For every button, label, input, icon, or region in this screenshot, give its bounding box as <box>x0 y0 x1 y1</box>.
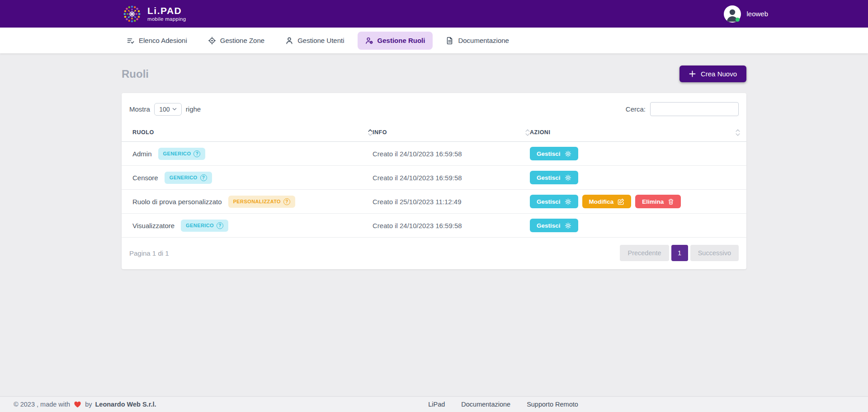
role-type-badge: GENERICO ? <box>158 148 206 160</box>
edit-icon <box>618 198 624 205</box>
info-cell: Creato il 24/10/2023 16:59:58 <box>373 174 530 182</box>
nav-label: Gestione Utenti <box>297 37 344 44</box>
role-type-badge: GENERICO ? <box>181 220 228 232</box>
table-controls: Mostra 100 righe Cerca: <box>122 100 746 123</box>
role-cell: Visualizzatore GENERICO ? <box>132 220 373 232</box>
previous-page-button[interactable]: Precedente <box>620 245 669 261</box>
gear-icon <box>565 198 571 205</box>
role-type-badge: GENERICO ? <box>165 172 212 184</box>
manage-button[interactable]: Gestisci <box>530 147 578 160</box>
badge-label: GENERICO <box>170 175 198 180</box>
help-circle-icon[interactable]: ? <box>200 174 207 181</box>
actions-cell: Gestisci <box>530 171 740 184</box>
nav-item-gestione-ruoli[interactable]: Gestione Ruoli <box>358 32 433 50</box>
role-type-badge: PERSONALIZZATO ? <box>228 196 295 208</box>
table-row: Censore GENERICO ? Creato il 24/10/2023 … <box>122 166 746 190</box>
app-logo[interactable]: Li.PAD mobile mapping <box>122 4 186 24</box>
user-menu[interactable]: leoweb <box>724 5 768 23</box>
user-avatar <box>724 5 741 23</box>
footer-links: LiPad Documentazione Supporto Remoto <box>428 401 578 408</box>
copyright-text: © 2023 , made with <box>14 401 70 408</box>
column-header-info[interactable]: INFO <box>373 123 530 141</box>
role-name: Admin <box>132 150 152 158</box>
actions-cell: Gestisci <box>530 147 740 160</box>
page-content: Ruoli Crea Nuovo Mostra 100 righe <box>122 53 746 269</box>
sort-icon[interactable] <box>736 129 740 136</box>
top-header-bar: Li.PAD mobile mapping leoweb <box>0 0 868 28</box>
edit-button[interactable]: Modifica <box>582 195 632 208</box>
search-input[interactable] <box>650 102 739 116</box>
user-icon <box>285 37 293 45</box>
delete-label: Elimina <box>642 198 664 205</box>
current-page-button[interactable]: 1 <box>671 245 688 261</box>
gear-icon <box>565 150 571 157</box>
help-circle-icon[interactable]: ? <box>283 198 290 205</box>
heart-icon <box>73 400 82 408</box>
page-title: Ruoli <box>122 68 149 80</box>
page-size-value: 100 <box>159 106 170 113</box>
footer-link-documentazione[interactable]: Documentazione <box>461 401 510 408</box>
app-root: Li.PAD mobile mapping leoweb Elenco Ade <box>0 0 868 412</box>
create-new-button[interactable]: Crea Nuovo <box>679 66 746 82</box>
info-cell: Creato il 25/10/2023 11:12:49 <box>373 198 530 206</box>
role-name: Censore <box>132 174 158 182</box>
help-circle-icon[interactable]: ? <box>217 222 223 229</box>
logo-title: Li.PAD <box>147 6 186 15</box>
trash-icon <box>668 198 674 205</box>
role-cell: Ruolo di prova personalizzato PERSONALIZ… <box>132 196 373 208</box>
column-label: INFO <box>373 129 387 136</box>
next-page-button[interactable]: Successivo <box>690 245 739 261</box>
roles-table-card: Mostra 100 righe Cerca: RUOLO <box>122 93 746 269</box>
manage-button[interactable]: Gestisci <box>530 171 578 184</box>
nav-item-gestione-utenti[interactable]: Gestione Utenti <box>278 32 352 50</box>
table-row: Admin GENERICO ? Creato il 24/10/2023 16… <box>122 142 746 166</box>
role-name: Visualizzatore <box>132 222 175 229</box>
help-circle-icon[interactable]: ? <box>193 150 200 157</box>
nav-label: Elenco Adesioni <box>139 37 187 44</box>
footer-link-lipad[interactable]: LiPad <box>428 401 445 408</box>
lipad-logo-icon <box>122 4 142 24</box>
role-cell: Admin GENERICO ? <box>132 148 373 160</box>
online-status-dot <box>736 17 740 21</box>
badge-label: GENERICO <box>163 151 191 156</box>
manage-button[interactable]: Gestisci <box>530 195 578 208</box>
nav-item-elenco-adesioni[interactable]: Elenco Adesioni <box>119 32 195 50</box>
logo-text: Li.PAD mobile mapping <box>147 6 186 22</box>
column-header-azioni[interactable]: AZIONI <box>530 123 740 141</box>
create-new-label: Crea Nuovo <box>701 70 737 78</box>
gear-icon <box>565 174 571 181</box>
show-label: Mostra <box>129 105 150 113</box>
table-header-row: RUOLO INFO AZIONI <box>122 123 746 142</box>
manage-label: Gestisci <box>537 150 561 157</box>
page-size-select[interactable]: 100 <box>154 103 182 116</box>
plus-icon <box>689 70 696 77</box>
sort-icon[interactable] <box>368 129 373 136</box>
role-cell: Censore GENERICO ? <box>132 172 373 184</box>
copyright: © 2023 , made with by Leonardo Web S.r.l… <box>14 400 156 408</box>
nav-label: Gestione Ruoli <box>377 37 425 44</box>
document-icon <box>446 37 454 45</box>
chevron-down-icon <box>172 108 177 111</box>
nav-item-gestione-zone[interactable]: Gestione Zone <box>200 32 272 50</box>
page-head: Ruoli Crea Nuovo <box>122 66 746 82</box>
sort-icon[interactable] <box>525 129 530 136</box>
pagination: Precedente 1 Successivo <box>620 245 739 261</box>
manage-button[interactable]: Gestisci <box>530 219 578 232</box>
nav-item-documentazione[interactable]: Documentazione <box>438 32 517 50</box>
logo-subtitle: mobile mapping <box>147 17 186 22</box>
nav-label: Documentazione <box>458 37 509 44</box>
main-nav: Elenco Adesioni Gestione Zone Gestione U… <box>0 28 868 53</box>
manage-label: Gestisci <box>537 174 561 181</box>
nav-label: Gestione Zone <box>220 37 264 44</box>
copyright-by: by <box>85 401 92 408</box>
search-control: Cerca: <box>626 102 739 116</box>
manage-label: Gestisci <box>537 222 561 229</box>
page-size-control: Mostra 100 righe <box>129 103 201 116</box>
list-check-icon <box>127 37 135 45</box>
column-label: RUOLO <box>132 129 154 136</box>
delete-button[interactable]: Elimina <box>635 195 681 208</box>
footer-link-supporto-remoto[interactable]: Supporto Remoto <box>527 401 578 408</box>
table-row: Ruolo di prova personalizzato PERSONALIZ… <box>122 190 746 214</box>
column-header-ruolo[interactable]: RUOLO <box>132 123 373 141</box>
target-icon <box>208 37 216 45</box>
